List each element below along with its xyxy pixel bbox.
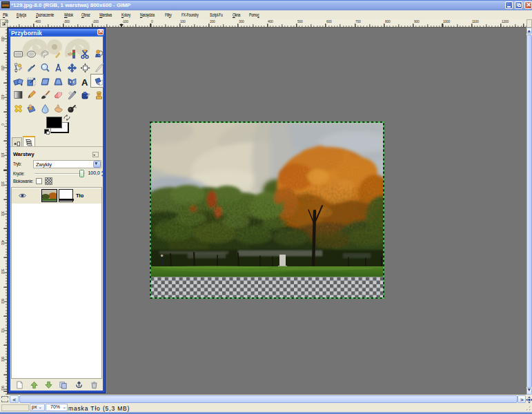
svg-text:A: A xyxy=(81,77,88,87)
